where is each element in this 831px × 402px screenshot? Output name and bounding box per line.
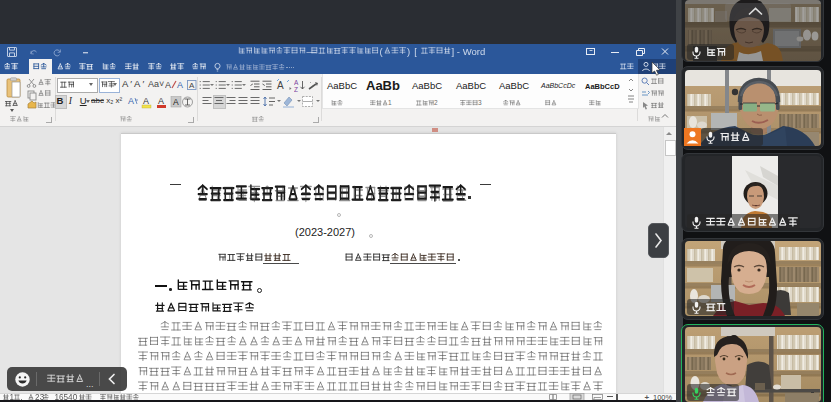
svg-text:A: A: [128, 96, 134, 106]
svg-text:A: A: [165, 80, 171, 90]
svg-text:A: A: [177, 80, 183, 90]
svg-text:A: A: [173, 97, 179, 107]
svg-text:A: A: [158, 96, 164, 106]
svg-text:Z: Z: [294, 86, 298, 93]
svg-text:A: A: [143, 96, 149, 106]
svg-text:A: A: [277, 80, 284, 91]
svg-text:A: A: [189, 81, 195, 90]
